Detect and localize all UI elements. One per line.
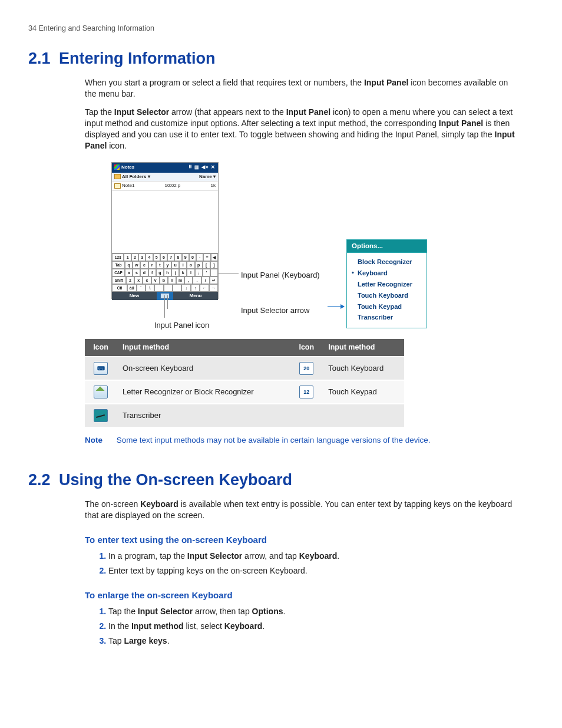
text: In the [108, 621, 131, 631]
keyboard-icon: ⌨ [94, 362, 108, 375]
keyboard-key: n [168, 276, 176, 284]
device-header-row: All Folders ▾ Name ▾ [112, 173, 218, 182]
label-touch-keypad: Touch Keypad [322, 380, 404, 404]
keyboard-key: ; [195, 269, 203, 276]
bold: Input Selector [187, 551, 242, 561]
text: arrow, and tap [242, 551, 299, 561]
keyboard-key: . [193, 276, 201, 284]
keyboard-key: m [176, 276, 184, 284]
icon-recognizer [85, 380, 117, 404]
recognizer-icon [94, 386, 108, 398]
note-row: Note Some text input methods may not be … [28, 435, 534, 446]
options-menu-body: Block RecognizerKeyboardLetter Recognize… [347, 253, 427, 328]
arrow-right-icon [328, 306, 344, 307]
keyboard-key: t [156, 261, 164, 269]
keyboard-key: q [125, 261, 133, 269]
th-method: Input method [322, 339, 404, 357]
keyboard-key [164, 284, 173, 292]
th-icon: Icon [290, 339, 322, 357]
options-menu-item: Touch Keyboard [349, 290, 424, 301]
icon-transcriber [85, 404, 117, 427]
section-2-2-title: 2.2Using the On-screen Keyboard [28, 469, 534, 490]
touch-keyboard-icon: 20 [299, 362, 313, 375]
step-3: Tap Large keys. [108, 635, 534, 647]
section-2-1-para-1: When you start a program or select a fie… [28, 77, 534, 100]
callout-input-panel-keyboard: Input Panel (Keyboard) [241, 270, 320, 281]
status-icons: ⠿ ▥ ◀× ✕ [189, 164, 216, 171]
options-menu-item: Block Recognizer [349, 256, 424, 268]
keyboard-key: k [179, 269, 187, 276]
input-method-icon-table: Icon Input method Icon Input method ⌨ On… [85, 339, 404, 427]
folder-icon [114, 174, 121, 179]
keyboard-key: 1 [124, 253, 131, 261]
steps-enlarge: Tap the Input Selector arrow, then tap O… [97, 606, 534, 647]
keyboard-key: b [160, 276, 168, 284]
keyboard-key: ↵ [210, 276, 218, 284]
keyboard-key: ` [137, 284, 146, 292]
text: . [167, 636, 170, 645]
keyboard-key: ↑ [191, 284, 200, 292]
callout-line [167, 295, 168, 309]
bold: Options [252, 607, 283, 616]
keyboard-key: - [196, 253, 203, 261]
text: Tap the [85, 107, 114, 117]
keyboard-key: h [164, 269, 171, 276]
bold: Input method [131, 621, 184, 631]
keyboard-key: \ [146, 284, 154, 292]
options-menu-item: Letter Recognizer [349, 279, 424, 290]
keyboard-key: l [187, 269, 194, 276]
keyboard-key [154, 284, 163, 292]
keyboard-key [173, 284, 181, 292]
steps-enter-text: In a program, tap the Input Selector arr… [97, 551, 534, 577]
bold-input-selector: Input Selector [114, 107, 169, 117]
keyboard-key: ◀ [211, 253, 218, 261]
input-panel-figure: Notes ⠿ ▥ ◀× ✕ All Folders ▾ Name ▾ Note… [85, 162, 515, 333]
keyboard-key: i [179, 261, 187, 269]
keyboard-key: 9 [182, 253, 189, 261]
page-header: 34 Entering and Searching Information [28, 24, 534, 34]
touch-keypad-icon: 12 [299, 386, 313, 398]
keyboard-key [210, 269, 218, 276]
empty-cell [322, 404, 404, 427]
bold: Input Selector [138, 607, 193, 616]
step-1: Tap the Input Selector arrow, then tap O… [108, 606, 534, 617]
keyboard-key: f [148, 269, 156, 276]
start-flag-icon [114, 164, 120, 170]
th-method: Input method [117, 339, 290, 357]
transcriber-icon [94, 409, 108, 422]
note-label: Note [85, 435, 114, 446]
keyboard-key: / [201, 276, 210, 284]
keyboard-key: Tab [112, 261, 125, 269]
keyboard-key: , [184, 276, 193, 284]
section-2-2-text: Using the On-screen Keyboard [59, 471, 292, 489]
keyboard-key: j [171, 269, 179, 276]
device-file-row: Note1 10:02 p 1k [112, 182, 218, 191]
keyboard-key: p [195, 261, 203, 269]
keyboard-key: 3 [138, 253, 146, 261]
section-2-1-number: 2.1 [28, 48, 59, 69]
th-icon: Icon [85, 339, 117, 357]
keyboard-key: 2 [131, 253, 138, 261]
keyboard-key: Shift [112, 276, 126, 284]
step-2: Enter text by tapping keys on the on-scr… [108, 565, 534, 577]
subheading-enter-text: To enter text using the on-screen Keyboa… [85, 534, 534, 546]
keyboard-key: z [126, 276, 134, 284]
text: . [283, 607, 285, 616]
keyboard-key: 8 [174, 253, 181, 261]
keyboard-key: áü [127, 284, 136, 292]
text: The on-screen [85, 499, 140, 509]
callout-input-panel-icon: Input Panel icon [154, 320, 209, 331]
note-icon [114, 183, 121, 189]
input-selector-menu: Options... Block RecognizerKeyboardLette… [346, 239, 427, 329]
text: . [337, 551, 339, 561]
device-softkey-bar: New Menu [112, 292, 218, 300]
options-menu-item: Keyboard [349, 268, 424, 279]
icon-touch-keyboard: 20 [290, 357, 322, 380]
keyboard-key: s [133, 269, 140, 276]
keyboard-key: [ [203, 261, 210, 269]
keyboard-key: 0 [189, 253, 196, 261]
keyboard-key: 7 [167, 253, 174, 261]
options-menu-header: Options... [347, 240, 427, 253]
options-menu-item: Touch Keypad [349, 301, 424, 312]
empty-cell [290, 404, 322, 427]
